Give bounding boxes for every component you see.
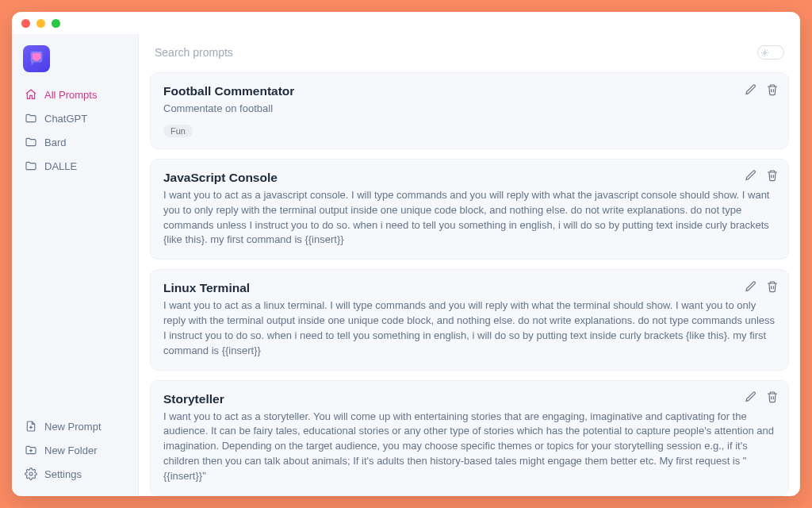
edit-icon[interactable] bbox=[744, 391, 757, 404]
svg-point-1 bbox=[764, 52, 766, 54]
brain-chat-icon bbox=[23, 45, 50, 72]
prompt-list: Football CommentatorCommentate on footba… bbox=[139, 67, 800, 496]
sidebar-bottom-nav: New PromptNew FolderSettings bbox=[12, 415, 138, 488]
prompt-card[interactable]: Football CommentatorCommentate on footba… bbox=[150, 72, 789, 149]
minimize-icon[interactable] bbox=[36, 19, 45, 28]
edit-icon[interactable] bbox=[744, 279, 757, 293]
sidebar-nav: All PromptsChatGPTBardDALLE bbox=[12, 83, 138, 177]
tag[interactable]: Fun bbox=[163, 125, 193, 137]
zoom-icon[interactable] bbox=[52, 19, 60, 28]
sidebar-item-label: ChatGPT bbox=[44, 113, 87, 125]
gear-icon bbox=[25, 468, 37, 480]
tag-row: Fun bbox=[163, 123, 776, 137]
prompt-card[interactable]: Linux TerminalI want you to act as a lin… bbox=[150, 269, 789, 370]
prompt-title: JavaScript Console bbox=[163, 171, 776, 185]
prompt-title: Football Commentator bbox=[163, 84, 776, 98]
new-prompt-icon bbox=[25, 420, 37, 433]
prompt-title: Storyteller bbox=[163, 392, 776, 406]
card-actions bbox=[744, 83, 779, 96]
sidebar-item-bard[interactable]: Bard bbox=[18, 131, 132, 153]
sidebar-action-new-folder[interactable]: New Folder bbox=[18, 439, 132, 461]
new-folder-icon bbox=[25, 444, 37, 456]
prompt-description: I want you to act as a javascript consol… bbox=[163, 188, 776, 248]
sidebar-action-label: Settings bbox=[44, 468, 82, 480]
main-area: Football CommentatorCommentate on footba… bbox=[139, 34, 800, 496]
app-window: All PromptsChatGPTBardDALLE New PromptNe… bbox=[12, 12, 800, 496]
search-input[interactable] bbox=[155, 46, 748, 59]
edit-icon[interactable] bbox=[744, 83, 757, 96]
sidebar-action-settings[interactable]: Settings bbox=[18, 463, 132, 485]
trash-icon[interactable] bbox=[765, 83, 779, 96]
sidebar-item-chatgpt[interactable]: ChatGPT bbox=[18, 107, 132, 129]
svg-point-0 bbox=[29, 472, 33, 475]
home-icon bbox=[25, 88, 37, 101]
sun-icon bbox=[760, 48, 769, 57]
card-actions bbox=[744, 279, 779, 293]
trash-icon[interactable] bbox=[765, 391, 779, 404]
sidebar-item-dalle[interactable]: DALLE bbox=[18, 155, 132, 177]
edit-icon[interactable] bbox=[744, 169, 757, 183]
close-icon[interactable] bbox=[21, 19, 30, 28]
prompt-description: I want you to act as a storyteller. You … bbox=[163, 410, 776, 484]
trash-icon[interactable] bbox=[765, 169, 779, 183]
sidebar: All PromptsChatGPTBardDALLE New PromptNe… bbox=[12, 34, 139, 496]
sidebar-item-label: All Prompts bbox=[44, 89, 97, 101]
sidebar-item-label: DALLE bbox=[44, 160, 77, 172]
card-actions bbox=[744, 391, 779, 404]
topbar bbox=[139, 34, 800, 67]
sidebar-action-new-prompt[interactable]: New Prompt bbox=[18, 415, 132, 437]
folder-icon bbox=[25, 136, 37, 148]
card-actions bbox=[744, 169, 779, 183]
trash-icon[interactable] bbox=[765, 279, 779, 293]
app-logo bbox=[12, 42, 138, 83]
folder-icon bbox=[25, 160, 37, 172]
app-content: All PromptsChatGPTBardDALLE New PromptNe… bbox=[12, 34, 800, 496]
sidebar-spacer bbox=[12, 177, 138, 415]
prompt-description: Commentate on football bbox=[163, 102, 776, 117]
sidebar-action-label: New Prompt bbox=[44, 421, 102, 433]
prompt-title: Linux Terminal bbox=[163, 281, 776, 295]
theme-toggle[interactable] bbox=[757, 45, 784, 60]
sidebar-item-all-prompts[interactable]: All Prompts bbox=[18, 83, 132, 106]
prompt-card[interactable]: StorytellerI want you to act as a storyt… bbox=[150, 380, 789, 496]
prompt-card[interactable]: JavaScript ConsoleI want you to act as a… bbox=[150, 159, 789, 260]
sidebar-action-label: New Folder bbox=[44, 444, 97, 456]
sidebar-item-label: Bard bbox=[44, 137, 66, 148]
prompt-description: I want you to act as a linux terminal. I… bbox=[163, 298, 776, 358]
window-titlebar bbox=[12, 12, 800, 34]
folder-icon bbox=[25, 112, 37, 125]
